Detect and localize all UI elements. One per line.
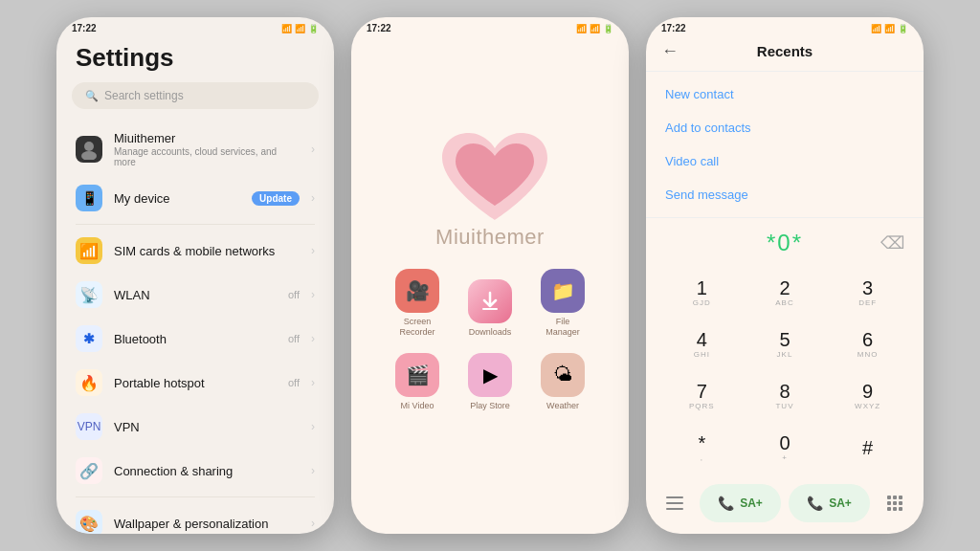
- app-file-manager[interactable]: 📁 FileManager: [536, 269, 590, 338]
- dialer-display: *0* ⌫: [646, 218, 924, 264]
- app-mi-video[interactable]: 🎬 Mi Video: [390, 353, 444, 411]
- chevron-icon: ›: [311, 288, 315, 301]
- chevron-icon: ›: [311, 332, 315, 345]
- svg-rect-11: [899, 507, 902, 511]
- key-number-5: 5: [779, 330, 790, 349]
- settings-search[interactable]: 🔍 Search settings: [72, 82, 319, 109]
- recents-add-contact[interactable]: Add to contacts: [646, 111, 924, 144]
- app-play-store[interactable]: ▶ Play Store: [463, 353, 517, 411]
- settings-item-connection[interactable]: 🔗 Connection & sharing ›: [56, 449, 334, 493]
- svg-rect-6: [887, 501, 891, 505]
- app-row-2: 🎬 Mi Video ▶ Play Store 🌤 Weather: [390, 353, 590, 411]
- key-letters-1: GJD: [693, 298, 711, 307]
- bluetooth-icon: ✱: [76, 325, 102, 352]
- chevron-icon: ›: [311, 244, 315, 257]
- dialer-content: ← Recents New contact Add to contacts Vi…: [646, 35, 924, 534]
- bluetooth-title: Bluetooth: [114, 332, 277, 346]
- call-button-1[interactable]: 📞 SA+: [700, 484, 781, 522]
- search-placeholder: Search settings: [104, 89, 184, 102]
- keypad: 1 GJD 2 ABC 3 DEF 4 GHI 5 JKL 6 MNO: [646, 264, 924, 476]
- key-1[interactable]: 1 GJD: [661, 268, 743, 318]
- recents-new-contact[interactable]: New contact: [646, 77, 924, 111]
- key-6[interactable]: 6 MNO: [827, 320, 908, 369]
- update-badge: Update: [252, 191, 300, 206]
- key-7[interactable]: 7 PQRS: [661, 371, 743, 421]
- wallpaper-text: Wallpaper & personalization: [114, 517, 300, 531]
- settings-item-hotspot[interactable]: 🔥 Portable hotspot off ›: [56, 361, 334, 405]
- menu-line: [666, 502, 683, 504]
- mydevice-text: My device: [114, 191, 240, 206]
- chevron-icon: ›: [311, 420, 315, 433]
- hotspot-title: Portable hotspot: [114, 376, 277, 390]
- svg-rect-4: [893, 496, 897, 499]
- downloads-label: Downloads: [469, 327, 512, 338]
- dial-number: *0*: [767, 230, 803, 256]
- wallpaper-title: Wallpaper & personalization: [114, 517, 300, 531]
- key-2[interactable]: 2 ABC: [745, 268, 826, 318]
- miuithemer-icon: [76, 136, 102, 163]
- settings-item-bluetooth[interactable]: ✱ Bluetooth off ›: [56, 317, 334, 361]
- key-hash[interactable]: #: [827, 423, 908, 473]
- sim-icon: 📶: [76, 237, 102, 264]
- miuithemer-text: Miuithemer Manage accounts, cloud servic…: [114, 131, 300, 167]
- time-1: 17:22: [72, 23, 97, 33]
- bluetooth-text: Bluetooth: [114, 332, 277, 346]
- recents-header: ← Recents: [646, 35, 924, 72]
- status-icons-1: 📶📶🔋: [281, 24, 319, 33]
- key-letters-7: PQRS: [689, 402, 715, 410]
- key-8[interactable]: 8 TUV: [745, 371, 826, 421]
- svg-rect-9: [887, 507, 891, 511]
- settings-item-mydevice[interactable]: 📱 My device Update ›: [56, 176, 334, 220]
- app-screen-recorder[interactable]: 🎥 ScreenRecorder: [390, 269, 444, 338]
- phone-home: 17:22 📶📶🔋 Miuithemer 🎥 ScreenRecorder: [351, 17, 629, 534]
- app-downloads[interactable]: Downloads: [463, 279, 517, 338]
- recents-video-call[interactable]: Video call: [646, 144, 924, 178]
- settings-item-sim[interactable]: 📶 SIM cards & mobile networks ›: [56, 229, 334, 273]
- key-5[interactable]: 5 JKL: [745, 320, 826, 369]
- vpn-text: VPN: [114, 420, 300, 434]
- connection-icon: 🔗: [76, 457, 102, 484]
- svg-point-0: [84, 142, 94, 151]
- phone-settings: 17:22 📶📶🔋 Settings 🔍 Search settings Miu…: [56, 17, 334, 534]
- key-number-star: *: [698, 433, 705, 452]
- settings-item-wallpaper[interactable]: 🎨 Wallpaper & personalization ›: [56, 501, 334, 534]
- key-letters-5: JKL: [777, 350, 793, 359]
- keypad-toggle-button[interactable]: [878, 486, 912, 520]
- key-letters-4: GHI: [694, 350, 710, 359]
- menu-button[interactable]: [657, 486, 692, 520]
- menu-line: [666, 508, 683, 510]
- settings-item-miuithemer[interactable]: Miuithemer Manage accounts, cloud servic…: [56, 122, 334, 176]
- key-9[interactable]: 9 WXYZ: [827, 371, 908, 421]
- mydevice-icon: 📱: [76, 185, 102, 211]
- key-0[interactable]: 0 +: [745, 423, 826, 473]
- mydevice-title: My device: [114, 191, 240, 206]
- menu-line: [666, 496, 683, 498]
- key-letters-3: DEF: [858, 298, 877, 307]
- svg-rect-5: [899, 496, 902, 499]
- call-label-2: SA+: [829, 496, 852, 510]
- settings-content: Settings 🔍 Search settings Miuithemer Ma…: [56, 35, 334, 534]
- divider: [76, 224, 315, 225]
- status-icons-2: 📶📶🔋: [576, 24, 613, 33]
- app-grid: 🎥 ScreenRecorder Downloads 📁 FileManager…: [390, 269, 590, 410]
- key-number-2: 2: [779, 278, 790, 298]
- back-button[interactable]: ←: [661, 41, 679, 61]
- key-letters-9: WXYZ: [855, 402, 880, 410]
- play-store-icon: ▶: [468, 353, 512, 397]
- call-button-2[interactable]: 📞 SA+: [789, 484, 870, 522]
- app-weather[interactable]: 🌤 Weather: [536, 353, 590, 411]
- recents-send-message[interactable]: Send message: [646, 178, 924, 211]
- wlan-text: WLAN: [114, 288, 277, 302]
- wlan-title: WLAN: [114, 288, 277, 302]
- settings-item-vpn[interactable]: VPN VPN ›: [56, 405, 334, 449]
- key-number-0: 0: [779, 433, 790, 452]
- key-3[interactable]: 3 DEF: [827, 268, 908, 318]
- key-star[interactable]: * ,: [661, 423, 743, 473]
- backspace-button[interactable]: ⌫: [880, 232, 904, 253]
- svg-rect-2: [482, 308, 498, 310]
- key-number-9: 9: [862, 382, 873, 401]
- settings-item-wlan[interactable]: 📡 WLAN off ›: [56, 273, 334, 317]
- vpn-title: VPN: [114, 420, 300, 434]
- key-number-hash: #: [862, 438, 873, 457]
- key-4[interactable]: 4 GHI: [661, 320, 743, 369]
